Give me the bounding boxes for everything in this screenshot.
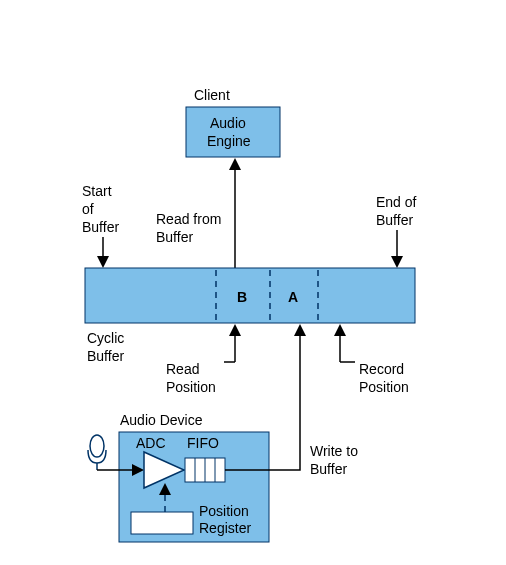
- audio-engine-text1: Audio: [210, 115, 246, 131]
- read-pos-l1: Read: [166, 361, 199, 377]
- client-label: Client: [194, 87, 230, 103]
- write-to-buffer-l1: Write to: [310, 443, 358, 459]
- write-to-buffer-l2: Buffer: [310, 461, 347, 477]
- audio-engine-text2: Engine: [207, 133, 251, 149]
- position-register-l2: Register: [199, 520, 251, 536]
- start-arrow-head: [97, 256, 109, 268]
- position-register-box: [131, 512, 193, 534]
- svg-point-0: [90, 435, 104, 457]
- record-pos-l2: Position: [359, 379, 409, 395]
- read-pos-head: [229, 324, 241, 336]
- end-of-buffer-l2: Buffer: [376, 212, 413, 228]
- read-from-buffer-l1: Read from: [156, 211, 221, 227]
- cyclic-buffer-l2: Buffer: [87, 348, 124, 364]
- cyclic-buffer-l1: Cyclic: [87, 330, 124, 346]
- fifo-label: FIFO: [187, 435, 219, 451]
- read-arrow-head: [229, 158, 241, 170]
- record-pos-l1: Record: [359, 361, 404, 377]
- read-from-buffer-l2: Buffer: [156, 229, 193, 245]
- start-of-buffer-l2: of: [82, 201, 94, 217]
- audio-device-label: Audio Device: [120, 412, 203, 428]
- record-pos-head: [334, 324, 346, 336]
- read-pos-l2: Position: [166, 379, 216, 395]
- region-b-label: B: [237, 289, 247, 305]
- end-of-buffer-l1: End of: [376, 194, 417, 210]
- region-a-label: A: [288, 289, 298, 305]
- microphone-icon: [88, 435, 106, 470]
- start-of-buffer-l3: Buffer: [82, 219, 119, 235]
- cyclic-buffer-box: [85, 268, 415, 323]
- end-arrow-head: [391, 256, 403, 268]
- position-register-l1: Position: [199, 503, 249, 519]
- adc-label: ADC: [136, 435, 166, 451]
- start-of-buffer-l1: Start: [82, 183, 112, 199]
- write-head: [294, 324, 306, 336]
